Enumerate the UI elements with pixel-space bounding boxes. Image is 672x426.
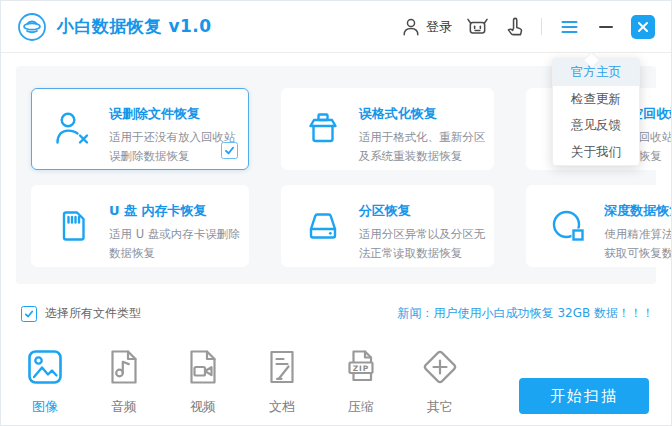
- brand: 小白数据恢复 v1.0: [17, 12, 212, 42]
- titlebar: 小白数据恢复 v1.0 登录: [1, 1, 671, 53]
- filetype-video[interactable]: 视频: [181, 347, 225, 416]
- customer-service-robot-icon[interactable]: [465, 15, 489, 39]
- start-scan-button[interactable]: 开始扫描: [519, 378, 649, 414]
- filter-row: 选择所有文件类型 新闻：用户使用小白成功恢复 32GB 数据！！！: [21, 305, 654, 322]
- filetype-label: 图像: [23, 398, 67, 416]
- card-desc-line1: 适用于还没有放入回收站: [109, 128, 236, 147]
- hand-gesture-icon[interactable]: [502, 15, 526, 39]
- app-logo-icon: [17, 12, 47, 42]
- close-button[interactable]: [631, 15, 655, 39]
- video-file-icon: [183, 347, 223, 387]
- card-desc-line1: 适用分区异常以及分区无: [359, 225, 486, 244]
- news-ticker: 新闻：用户使用小白成功恢复 32GB 数据！！！: [398, 305, 654, 322]
- card-title: U 盘 内存卡恢复: [109, 202, 240, 220]
- filetype-label: 音频: [102, 398, 146, 416]
- menu-hamburger-icon[interactable]: [557, 15, 581, 39]
- card-usb-memorycard-recovery[interactable]: U 盘 内存卡恢复 适用 U 盘或内存卡误删除 数据恢复: [31, 185, 249, 267]
- format-recovery-icon: [303, 109, 343, 149]
- card-desc-line1: 使用精准算法从硬盘底层: [604, 225, 672, 244]
- card-desc-line2: 获取可恢复数据: [604, 244, 672, 263]
- card-desc-line1: 适用 U 盘或内存卡误删除: [109, 225, 240, 244]
- filetype-archive[interactable]: ZIP 压缩: [339, 347, 383, 416]
- card-title: 深度数据恢复: [604, 202, 672, 220]
- card-deleted-file-recovery[interactable]: 误删除文件恢复 适用于还没有放入回收站 误删除数据恢复: [31, 88, 249, 170]
- select-all-filetypes-label: 选择所有文件类型: [45, 305, 141, 322]
- filetype-label: 视频: [181, 398, 225, 416]
- zip-file-icon: ZIP: [341, 347, 381, 387]
- hard-drive-icon: [303, 206, 343, 246]
- filetype-label: 文档: [260, 398, 304, 416]
- sd-card-icon: [53, 206, 93, 246]
- card-partition-recovery[interactable]: 分区恢复 适用分区异常以及分区无 法正常读取数据恢复: [281, 185, 495, 267]
- card-title: 误删除文件恢复: [109, 105, 236, 123]
- app-title: 小白数据恢复 v1.0: [57, 15, 212, 38]
- titlebar-controls: 登录: [401, 15, 655, 39]
- app-window: 小白数据恢复 v1.0 登录: [0, 0, 672, 426]
- card-text: 误格式化恢复 适用于格式化、重新分区 及系统重装数据恢复: [359, 105, 486, 169]
- image-file-icon: [25, 347, 65, 387]
- card-text: U 盘 内存卡恢复 适用 U 盘或内存卡误删除 数据恢复: [109, 202, 240, 266]
- deep-scan-icon: [548, 206, 588, 246]
- filetype-audio[interactable]: 音频: [102, 347, 146, 416]
- svg-text:ZIP: ZIP: [353, 364, 370, 373]
- card-desc-line2: 及系统重装数据恢复: [359, 147, 486, 166]
- card-title: 分区恢复: [359, 202, 486, 220]
- deleted-file-icon: [53, 109, 93, 149]
- minimize-button[interactable]: [594, 15, 618, 39]
- file-types-row: 图像 音频 视频: [23, 347, 497, 416]
- filetype-label: 压缩: [339, 398, 383, 416]
- filetype-image[interactable]: 图像: [23, 347, 67, 416]
- card-text: 误删除文件恢复 适用于还没有放入回收站 误删除数据恢复: [109, 105, 236, 169]
- login-button[interactable]: 登录: [401, 17, 452, 37]
- titlebar-separator: [541, 18, 542, 35]
- menu-item-check-update[interactable]: 检查更新: [553, 86, 639, 113]
- card-desc-line2: 误删除数据恢复: [109, 147, 236, 166]
- card-format-recovery[interactable]: 误格式化恢复 适用于格式化、重新分区 及系统重装数据恢复: [281, 88, 495, 170]
- login-label: 登录: [426, 18, 452, 36]
- menu-item-official-home[interactable]: 官方主页: [553, 59, 639, 86]
- card-desc-line2: 法正常读取数据恢复: [359, 244, 486, 263]
- card-deep-recovery[interactable]: 深度数据恢复 使用精准算法从硬盘底层 获取可恢复数据: [526, 185, 672, 267]
- card-title: 误格式化恢复: [359, 105, 486, 123]
- card-text: 分区恢复 适用分区异常以及分区无 法正常读取数据恢复: [359, 202, 486, 266]
- card-checkbox[interactable]: [221, 142, 238, 159]
- user-icon: [401, 17, 421, 37]
- menu-item-feedback[interactable]: 意见反馈: [553, 112, 639, 139]
- card-text: 深度数据恢复 使用精准算法从硬盘底层 获取可恢复数据: [604, 202, 672, 266]
- audio-file-icon: [104, 347, 144, 387]
- menu-item-about-us[interactable]: 关于我们: [553, 139, 639, 166]
- card-desc-line2: 数据恢复: [109, 244, 240, 263]
- filetype-document[interactable]: 文档: [260, 347, 304, 416]
- document-file-icon: [262, 347, 302, 387]
- main-menu-dropdown: 官方主页 检查更新 意见反馈 关于我们: [552, 58, 640, 166]
- select-all-filetypes-checkbox[interactable]: [21, 306, 37, 322]
- other-plus-icon: [420, 347, 460, 387]
- filetype-label: 其它: [418, 398, 462, 416]
- card-desc-line1: 适用于格式化、重新分区: [359, 128, 486, 147]
- filetype-other[interactable]: 其它: [418, 347, 462, 416]
